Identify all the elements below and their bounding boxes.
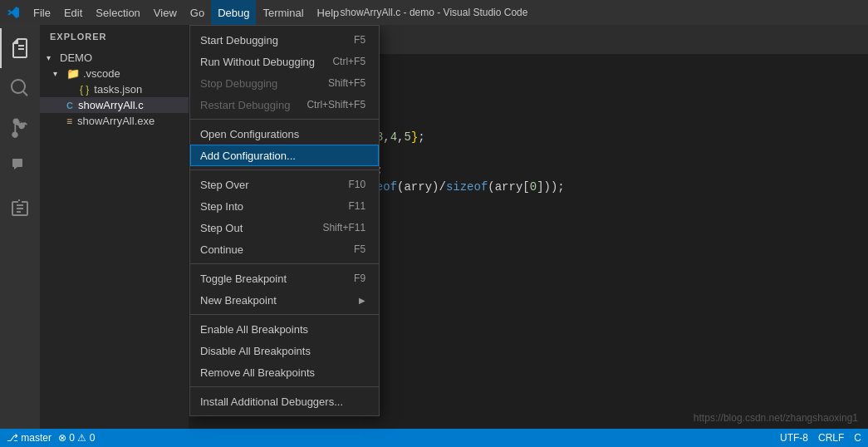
status-encoding[interactable]: UTF-8 (780, 432, 808, 444)
project-arrow: ▾ (47, 53, 60, 62)
separator-5 (190, 386, 379, 387)
project-folder[interactable]: ▾ DEMO (40, 50, 189, 66)
stop-debugging-shortcut: Shift+F5 (328, 77, 365, 89)
status-branch[interactable]: ⎇ master (7, 432, 51, 444)
menu-item-remove-breakpoints[interactable]: Remove All Breakpoints (190, 361, 379, 383)
showArryAll-c-label: showArryAll.c (78, 99, 144, 111)
activity-debug[interactable] (0, 148, 40, 188)
menu-go[interactable]: Go (184, 0, 211, 25)
title-bar: File Edit Selection View Go Debug Termin… (0, 0, 868, 25)
enable-breakpoints-label: Enable All Breakpoints (200, 323, 308, 336)
menu-edit[interactable]: Edit (57, 0, 89, 25)
menu-file[interactable]: File (27, 0, 57, 25)
separator-1 (190, 119, 379, 120)
activity-explorer[interactable] (0, 28, 40, 68)
separator-3 (190, 263, 379, 264)
run-without-debugging-shortcut: Ctrl+F5 (332, 56, 365, 67)
start-debugging-label: Start Debugging (200, 34, 278, 47)
sidebar: Explorer ▾ DEMO ▾ 📁 .vscode { } tasks.js… (40, 25, 189, 447)
menu-item-open-configurations[interactable]: Open Configurations (190, 123, 379, 145)
menu-item-step-into[interactable]: Step Into F11 (190, 195, 379, 217)
separator-4 (190, 314, 379, 315)
menu-item-add-configuration[interactable]: Add Configuration... (190, 145, 379, 166)
start-debugging-shortcut: F5 (354, 34, 365, 46)
menu-item-enable-breakpoints[interactable]: Enable All Breakpoints (190, 318, 379, 340)
menu-item-install-debuggers[interactable]: Install Additional Debuggers... (190, 391, 379, 412)
watermark: https://blog.csdn.net/zhangshaoxing1 (694, 412, 858, 424)
exe-icon: ≡ (66, 115, 72, 127)
status-right: UTF-8 CRLF C (780, 432, 861, 444)
step-over-label: Step Over (200, 179, 249, 191)
menu-selection[interactable]: Selection (89, 0, 146, 25)
add-configuration-label: Add Configuration... (200, 150, 296, 162)
sidebar-title: Explorer (40, 25, 189, 48)
menu-item-restart-debugging: Restart Debugging Ctrl+Shift+F5 (190, 94, 379, 115)
vscode-arrow: ▾ (53, 69, 66, 78)
tasks-json-item[interactable]: { } tasks.json (40, 81, 189, 97)
menu-terminal[interactable]: Terminal (256, 0, 310, 25)
step-into-label: Step Into (200, 200, 243, 213)
menu-item-run-without-debugging[interactable]: Run Without Debugging Ctrl+F5 (190, 51, 379, 72)
separator-2 (190, 169, 379, 170)
menu-item-new-breakpoint[interactable]: New Breakpoint ▶ (190, 289, 379, 311)
step-out-shortcut: Shift+F11 (322, 222, 365, 233)
vscode-icon (7, 6, 20, 19)
showArryAll-exe-item[interactable]: ≡ showArryAll.exe (40, 113, 189, 129)
install-debuggers-label: Install Additional Debuggers... (200, 395, 343, 408)
new-breakpoint-label: New Breakpoint (200, 294, 277, 307)
menu-debug[interactable]: Debug (211, 0, 256, 25)
continue-shortcut: F5 (354, 243, 365, 255)
activity-bar (0, 25, 40, 447)
activity-git[interactable] (0, 108, 40, 148)
tasks-json-label: tasks.json (94, 83, 142, 96)
step-over-shortcut: F10 (348, 179, 365, 190)
menu-item-start-debugging[interactable]: Start Debugging F5 (190, 29, 379, 51)
vscode-label: .vscode (83, 67, 120, 80)
status-bar: ⎇ master ⊗ 0 ⚠ 0 UTF-8 CRLF C (0, 429, 868, 447)
main-layout: Explorer ▾ DEMO ▾ 📁 .vscode { } tasks.js… (0, 25, 868, 447)
menu-item-disable-breakpoints[interactable]: Disable All Breakpoints (190, 340, 379, 361)
editor-area: C showArryAll.c 18 { 19 20 21 22 (189, 25, 868, 447)
menu-bar: File Edit Selection View Go Debug Termin… (27, 0, 346, 25)
json-icon: { } (80, 84, 89, 96)
remove-breakpoints-label: Remove All Breakpoints (200, 366, 315, 379)
submenu-arrow-icon: ▶ (359, 296, 365, 305)
project-name: DEMO (60, 52, 92, 64)
sidebar-section: ▾ DEMO ▾ 📁 .vscode { } tasks.json C show… (40, 48, 189, 130)
status-errors: ⊗ 0 ⚠ 0 (58, 432, 95, 444)
status-line-ending[interactable]: CRLF (818, 432, 844, 444)
status-lang[interactable]: C (854, 432, 861, 444)
folder-icon: 📁 (66, 67, 80, 80)
c-file-icon: C (66, 101, 73, 111)
step-into-shortcut: F11 (348, 200, 365, 212)
menu-item-step-over[interactable]: Step Over F10 (190, 174, 379, 195)
open-configurations-label: Open Configurations (200, 128, 299, 140)
restart-debugging-label: Restart Debugging (200, 99, 290, 111)
menu-item-toggle-breakpoint[interactable]: Toggle Breakpoint F9 (190, 268, 379, 289)
stop-debugging-label: Stop Debugging (200, 77, 277, 90)
activity-extensions[interactable] (0, 188, 40, 228)
debug-dropdown-menu[interactable]: Start Debugging F5 Run Without Debugging… (189, 25, 380, 416)
showArryAll-c-item[interactable]: C showArryAll.c (40, 97, 189, 113)
vscode-folder-item[interactable]: ▾ 📁 .vscode (40, 66, 189, 81)
run-without-debugging-label: Run Without Debugging (200, 56, 315, 68)
menu-view[interactable]: View (147, 0, 184, 25)
window-title: showArryAll.c - demo - Visual Studio Cod… (341, 7, 528, 18)
continue-label: Continue (200, 243, 243, 256)
menu-item-continue[interactable]: Continue F5 (190, 238, 379, 260)
restart-debugging-shortcut: Ctrl+Shift+F5 (306, 99, 365, 111)
showArryAll-exe-label: showArryAll.exe (77, 115, 154, 127)
step-out-label: Step Out (200, 222, 243, 234)
toggle-breakpoint-label: Toggle Breakpoint (200, 273, 287, 285)
disable-breakpoints-label: Disable All Breakpoints (200, 345, 311, 357)
menu-item-stop-debugging: Stop Debugging Shift+F5 (190, 72, 379, 94)
toggle-breakpoint-shortcut: F9 (354, 273, 365, 284)
menu-item-step-out[interactable]: Step Out Shift+F11 (190, 217, 379, 238)
activity-search[interactable] (0, 68, 40, 108)
